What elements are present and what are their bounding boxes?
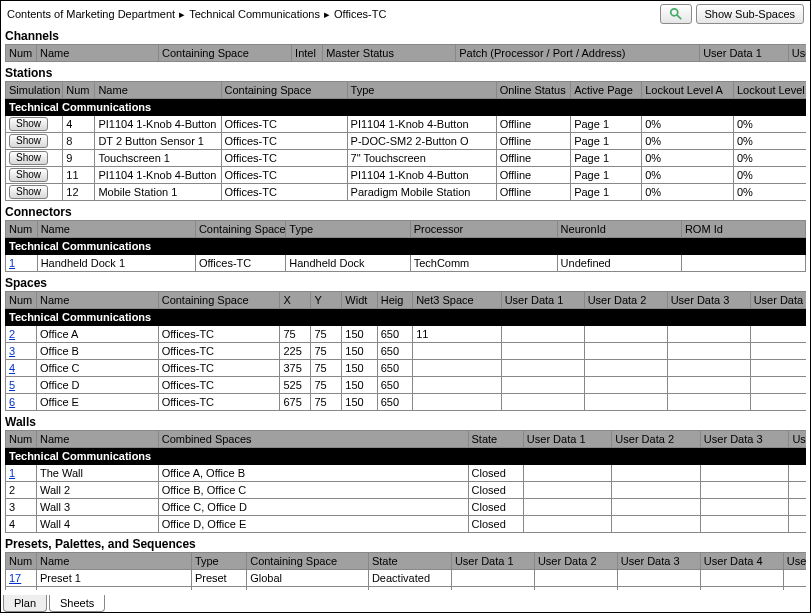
magnify-button[interactable] xyxy=(660,4,692,24)
scroll-area[interactable]: Channels NumNameContaining SpaceIntelMas… xyxy=(5,25,806,590)
column-header[interactable]: Patch (Processor / Port / Address) xyxy=(456,45,700,62)
table-row[interactable]: 6Office EOffices-TC67575150650 xyxy=(6,394,807,411)
cell: Show xyxy=(6,116,63,133)
column-header[interactable]: User Data 4 xyxy=(789,431,806,448)
column-header[interactable]: Type xyxy=(286,221,410,238)
table-row[interactable]: Show4PI1104 1-Knob 4-ButtonOffices-TCPI1… xyxy=(6,116,807,133)
column-header[interactable]: State xyxy=(468,431,523,448)
column-header[interactable]: Num xyxy=(6,553,37,570)
column-header[interactable]: Master Status xyxy=(323,45,456,62)
table-row[interactable]: Show9Touchscreen 1Offices-TC7" Touchscre… xyxy=(6,150,807,167)
group-row: Technical Communications xyxy=(6,309,807,326)
column-header[interactable]: User Data 4 xyxy=(750,292,806,309)
link[interactable]: 1 xyxy=(9,467,15,479)
table-row[interactable]: 3Wall 3Office C, Office DClosed xyxy=(6,499,807,516)
table-row[interactable]: 1The WallOffice A, Office BClosed xyxy=(6,465,807,482)
column-header[interactable]: Num xyxy=(6,431,37,448)
tab-sheets[interactable]: Sheets xyxy=(49,595,105,612)
link[interactable]: 2 xyxy=(9,328,15,340)
column-header[interactable]: Lockout Level B xyxy=(733,82,806,99)
column-header[interactable]: User Data 3 xyxy=(700,431,789,448)
column-header[interactable]: Name xyxy=(36,431,158,448)
column-header[interactable]: Combined Spaces xyxy=(158,431,468,448)
column-header[interactable]: User Data 2 xyxy=(788,45,806,62)
link[interactable]: 17 xyxy=(9,572,21,584)
table-row[interactable]: 1Handheld Dock 1Offices-TCHandheld DockT… xyxy=(6,255,807,272)
table-row[interactable]: Show8DT 2 Button Sensor 1Offices-TCP-DOC… xyxy=(6,133,807,150)
column-header[interactable]: Name xyxy=(37,221,195,238)
table-row[interactable]: Show12Mobile Station 1Offices-TCParadigm… xyxy=(6,184,807,201)
column-header[interactable]: User Data 2 xyxy=(534,553,617,570)
column-header[interactable]: Net3 Space xyxy=(413,292,502,309)
table-row[interactable]: 3Office BOffices-TC22575150650 xyxy=(6,343,807,360)
column-header[interactable]: Y xyxy=(311,292,342,309)
table-row[interactable]: 17Preset 1PresetGlobalDeactivated xyxy=(6,570,807,587)
cell: Offline xyxy=(496,116,571,133)
column-header[interactable]: Num xyxy=(6,292,37,309)
column-header[interactable]: User Data 4 xyxy=(700,553,783,570)
column-header[interactable]: Online Status xyxy=(496,82,571,99)
column-header[interactable]: Name xyxy=(36,553,191,570)
cell: Closed xyxy=(468,465,523,482)
cell xyxy=(789,482,806,499)
column-header[interactable]: Widt xyxy=(342,292,377,309)
column-header[interactable]: Type xyxy=(347,82,496,99)
table-row[interactable]: 2Wall 2Office B, Office CClosed xyxy=(6,482,807,499)
column-header[interactable]: Name xyxy=(36,292,158,309)
cell: Wall 2 xyxy=(36,482,158,499)
column-header[interactable]: Intel xyxy=(292,45,323,62)
column-header[interactable]: ROM Id xyxy=(681,221,805,238)
column-header[interactable]: Heig xyxy=(377,292,412,309)
table-row[interactable]: Show11PI1104 1-Knob 4-ButtonOffices-TCPI… xyxy=(6,167,807,184)
column-header[interactable]: Name xyxy=(95,82,221,99)
column-header[interactable]: User Data 1 xyxy=(451,553,534,570)
column-header[interactable]: User Data 1 xyxy=(523,431,612,448)
link[interactable]: 3 xyxy=(9,345,15,357)
cell xyxy=(501,377,584,394)
table-row[interactable]: 2Office AOffices-TC757515065011 xyxy=(6,326,807,343)
show-button[interactable]: Show xyxy=(9,117,48,131)
column-header[interactable]: Containing Space xyxy=(221,82,347,99)
table-row[interactable]: 4Wall 4Office D, Office EClosed xyxy=(6,516,807,533)
column-header[interactable]: Num xyxy=(63,82,95,99)
column-header[interactable]: State xyxy=(368,553,451,570)
column-header[interactable]: Name xyxy=(37,45,159,62)
column-header[interactable]: User Data 3 xyxy=(617,553,700,570)
link[interactable]: 1 xyxy=(9,257,15,269)
column-header[interactable]: User Data 1 xyxy=(501,292,584,309)
show-button[interactable]: Show xyxy=(9,168,48,182)
column-header[interactable]: Containing Space xyxy=(158,292,280,309)
column-header[interactable]: User Data 2 xyxy=(612,431,701,448)
show-button[interactable]: Show xyxy=(9,134,48,148)
column-header[interactable]: Processor xyxy=(410,221,557,238)
link[interactable]: 5 xyxy=(9,379,15,391)
column-header[interactable]: Active Page xyxy=(571,82,642,99)
column-header[interactable]: Type xyxy=(191,553,246,570)
column-header[interactable]: Containing Space xyxy=(247,553,369,570)
table-row[interactable]: 5Office DOffices-TC52575150650 xyxy=(6,377,807,394)
table-row[interactable]: 4Office COffices-TC37575150650 xyxy=(6,360,807,377)
show-button[interactable]: Show xyxy=(9,151,48,165)
link[interactable]: 4 xyxy=(9,362,15,374)
link[interactable]: 6 xyxy=(9,396,15,408)
column-header[interactable]: User Data 1 xyxy=(700,45,789,62)
table-row[interactable]: 18Preset 2PresetOffices-TCDeactivated xyxy=(6,587,807,591)
tab-plan[interactable]: Plan xyxy=(3,595,47,612)
column-header[interactable]: X xyxy=(280,292,311,309)
column-header[interactable]: Simulation xyxy=(6,82,63,99)
column-header[interactable]: Containing Space xyxy=(195,221,285,238)
crumb-1[interactable]: Technical Communications xyxy=(189,8,320,20)
column-header[interactable]: Lockout Level A xyxy=(642,82,734,99)
column-header[interactable]: Num xyxy=(6,221,38,238)
column-header[interactable]: Containing Space xyxy=(159,45,292,62)
cell xyxy=(523,499,612,516)
show-subspaces-button[interactable]: Show Sub-Spaces xyxy=(696,4,805,24)
column-header[interactable]: User Data 5 xyxy=(783,553,806,570)
show-button[interactable]: Show xyxy=(9,185,48,199)
crumb-0[interactable]: Contents of Marketing Department xyxy=(7,8,175,20)
column-header[interactable]: Num xyxy=(6,45,37,62)
column-header[interactable]: User Data 2 xyxy=(584,292,667,309)
column-header[interactable]: NeuronId xyxy=(557,221,681,238)
crumb-2[interactable]: Offices-TC xyxy=(334,8,386,20)
column-header[interactable]: User Data 3 xyxy=(667,292,750,309)
